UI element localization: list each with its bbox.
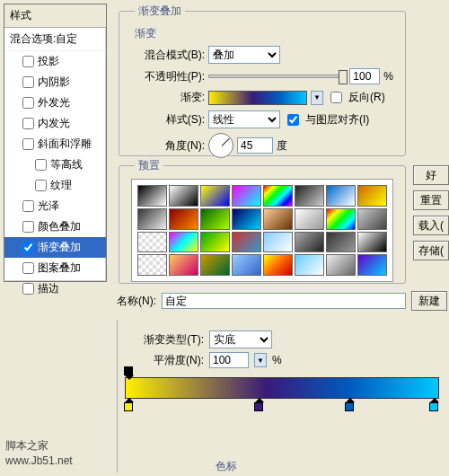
- preset-swatch[interactable]: [232, 185, 261, 207]
- preset-swatch[interactable]: [357, 254, 387, 276]
- watermark: 脚本之家 www.Jb51.net: [5, 438, 73, 469]
- preset-swatch[interactable]: [263, 208, 293, 230]
- preset-swatch[interactable]: [295, 254, 324, 276]
- align-checkbox[interactable]: [287, 114, 299, 126]
- preset-swatch[interactable]: [357, 185, 387, 207]
- preset-swatch[interactable]: [137, 254, 167, 276]
- style-label: 投影: [38, 54, 59, 69]
- blend-mode-label: 混合模式(B):: [131, 48, 205, 63]
- preset-swatch[interactable]: [200, 208, 230, 230]
- load-button[interactable]: 载入(: [413, 216, 449, 235]
- preset-swatch[interactable]: [137, 208, 167, 230]
- style-checkbox[interactable]: [35, 159, 47, 171]
- reverse-checkbox[interactable]: [330, 92, 342, 103]
- style-select[interactable]: 线性: [208, 110, 280, 128]
- preset-swatch[interactable]: [263, 185, 293, 207]
- chevron-down-icon[interactable]: ▼: [254, 353, 267, 367]
- preset-swatch[interactable]: [200, 185, 230, 207]
- style-item-渐变叠加[interactable]: 渐变叠加: [4, 237, 106, 258]
- gradient-editor[interactable]: [125, 377, 439, 399]
- color-stop[interactable]: [345, 402, 354, 411]
- preset-swatch[interactable]: [326, 185, 356, 207]
- preset-swatch[interactable]: [200, 254, 230, 276]
- style-label: 颜色叠加: [38, 219, 81, 234]
- preset-grid[interactable]: [131, 179, 393, 282]
- preset-swatch[interactable]: [295, 185, 324, 207]
- style-item-内阴影[interactable]: 内阴影: [4, 72, 106, 93]
- percent-label: %: [383, 70, 393, 83]
- style-checkbox[interactable]: [22, 76, 34, 88]
- style-checkbox[interactable]: [22, 97, 34, 109]
- style-item-投影[interactable]: 投影: [4, 51, 106, 72]
- style-item-斜面和浮雕[interactable]: 斜面和浮雕: [4, 134, 106, 154]
- gradient-ramp[interactable]: [125, 377, 439, 399]
- smoothness-input[interactable]: [209, 352, 249, 368]
- preset-swatch[interactable]: [137, 185, 167, 207]
- style-label: 纹理: [50, 178, 72, 193]
- preset-swatch[interactable]: [326, 208, 356, 230]
- preset-swatch[interactable]: [232, 254, 261, 276]
- preset-swatch[interactable]: [137, 232, 167, 253]
- style-checkbox[interactable]: [22, 262, 34, 274]
- style-label: 外发光: [38, 95, 70, 110]
- style-label: 样式(S):: [131, 112, 205, 128]
- degree-label: 度: [277, 138, 287, 154]
- gradient-type-label: 渐变类型(T):: [125, 332, 204, 348]
- percent-label: %: [272, 354, 282, 366]
- style-checkbox[interactable]: [22, 118, 34, 129]
- gradient-type-select[interactable]: 实底: [209, 331, 272, 348]
- preset-swatch[interactable]: [232, 208, 261, 230]
- style-checkbox[interactable]: [22, 200, 34, 212]
- opacity-input[interactable]: [349, 68, 380, 84]
- style-item-描边[interactable]: 描边: [4, 278, 106, 299]
- preset-swatch[interactable]: [200, 232, 230, 253]
- preset-swatch[interactable]: [326, 232, 356, 253]
- style-label: 斜面和浮雕: [38, 137, 92, 152]
- preset-swatch[interactable]: [169, 185, 198, 207]
- preset-swatch[interactable]: [232, 232, 261, 253]
- style-item-内发光[interactable]: 内发光: [4, 113, 106, 134]
- preset-swatch[interactable]: [357, 208, 387, 230]
- opacity-slider[interactable]: [208, 75, 346, 78]
- preset-swatch[interactable]: [169, 232, 198, 253]
- angle-input[interactable]: [237, 137, 273, 154]
- style-checkbox[interactable]: [35, 180, 47, 191]
- gradient-preview[interactable]: [208, 91, 307, 105]
- style-item-外发光[interactable]: 外发光: [4, 93, 106, 113]
- style-checkbox[interactable]: [22, 56, 34, 67]
- new-button[interactable]: 新建: [411, 291, 447, 311]
- style-checkbox[interactable]: [22, 283, 34, 295]
- color-stop[interactable]: [124, 402, 133, 411]
- preset-swatch[interactable]: [169, 208, 198, 230]
- reset-button[interactable]: 重置: [413, 190, 449, 210]
- color-stop[interactable]: [254, 402, 263, 411]
- presets-title: 预置: [135, 158, 163, 173]
- opacity-stop[interactable]: [124, 366, 133, 375]
- color-stop[interactable]: [429, 402, 438, 411]
- style-item-纹理[interactable]: 纹理: [4, 175, 106, 196]
- preset-swatch[interactable]: [169, 254, 198, 276]
- preset-swatch[interactable]: [263, 232, 293, 253]
- save-button[interactable]: 存储(: [413, 241, 449, 260]
- preset-swatch[interactable]: [295, 232, 324, 253]
- style-item-等高线[interactable]: 等高线: [4, 154, 106, 175]
- style-checkbox[interactable]: [22, 138, 34, 150]
- style-checkbox[interactable]: [22, 221, 34, 233]
- chevron-down-icon[interactable]: ▼: [311, 91, 323, 105]
- preset-swatch[interactable]: [326, 254, 356, 276]
- preset-swatch[interactable]: [357, 232, 387, 253]
- style-item-光泽[interactable]: 光泽: [4, 196, 106, 216]
- style-item-颜色叠加[interactable]: 颜色叠加: [4, 216, 106, 237]
- style-item-图案叠加[interactable]: 图案叠加: [4, 258, 106, 278]
- angle-dial[interactable]: [208, 133, 233, 158]
- blend-mode-select[interactable]: 叠加: [208, 46, 280, 64]
- right-buttons: 好 重置 载入( 存储(: [413, 165, 449, 260]
- style-label: 等高线: [50, 157, 83, 172]
- style-checkbox[interactable]: [22, 242, 34, 253]
- preset-swatch[interactable]: [263, 254, 293, 276]
- ok-button[interactable]: 好: [413, 165, 449, 185]
- preset-swatch[interactable]: [295, 208, 324, 230]
- blending-options[interactable]: 混合选项:自定: [4, 28, 106, 51]
- style-label: 内发光: [38, 116, 70, 131]
- name-input[interactable]: [162, 293, 406, 309]
